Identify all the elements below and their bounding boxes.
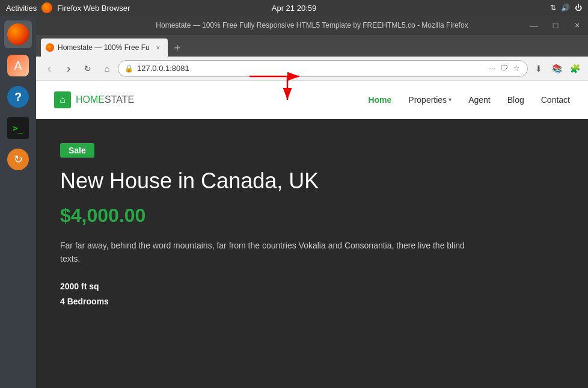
browser-name-label: Firefox Web Browser (57, 4, 130, 13)
site-nav: Home Properties ▾ Agent Blog Contact (368, 95, 570, 105)
url-text[interactable]: 127.0.0.1:8081 (137, 64, 484, 73)
nav-properties-label: Properties (408, 95, 447, 105)
bookmark-icon[interactable]: ☆ (512, 63, 521, 74)
shield-icon[interactable]: 🛡 (499, 63, 509, 74)
properties-dropdown-icon: ▾ (449, 96, 452, 103)
nav-properties[interactable]: Properties ▾ (408, 95, 452, 105)
property-specs: 2000 ft sq 4 Bedrooms (60, 279, 564, 309)
browser-titlebar: Homestate — 100% Free Fully Responsive H… (36, 16, 588, 35)
close-button[interactable]: × (566, 16, 588, 35)
logo-state-text: STATE (105, 94, 134, 105)
tab-favicon (46, 43, 54, 52)
lock-icon: 🔒 (124, 64, 133, 73)
taskbar-item-help[interactable]: ? (4, 83, 32, 111)
property-title: New House in Canada, UK (60, 168, 564, 194)
taskbar: A ? >_ ↻ (0, 16, 36, 388)
nav-blog[interactable]: Blog (507, 95, 524, 105)
more-options-icon[interactable]: ··· (488, 63, 497, 74)
firefox-app-icon (7, 23, 29, 45)
back-button[interactable]: ‹ (41, 60, 58, 77)
taskbar-item-appstore[interactable]: A (4, 52, 32, 79)
property-size: 2000 ft sq (60, 279, 564, 294)
logo-text: HOMESTATE (76, 94, 134, 105)
appstore-icon: A (7, 55, 29, 76)
sale-badge: Sale (60, 143, 94, 158)
property-size-value: 2000 ft sq (60, 282, 99, 291)
browser-window: Homestate — 100% Free Fully Responsive H… (36, 16, 588, 388)
logo-home-text: HOME (76, 94, 105, 105)
os-topbar-left: Activities Firefox Web Browser (6, 2, 130, 13)
terminal-icon: >_ (7, 117, 29, 139)
extensions-icon[interactable]: 🧩 (566, 60, 583, 77)
toolbar-right: ⬇ 📚 🧩 (530, 60, 583, 77)
property-price: $4,000.00 (60, 205, 564, 227)
update-icon: ↻ (7, 149, 29, 170)
browser-navbar: ‹ › ↻ ⌂ 🔒 127.0.0.1:8081 ··· 🛡 ☆ ⬇ 📚 🧩 (36, 57, 588, 81)
os-datetime: Apr 21 20:59 (272, 4, 316, 13)
logo-house-icon: ⌂ (54, 91, 71, 108)
home-button[interactable]: ⌂ (99, 60, 115, 77)
help-icon: ? (7, 86, 29, 108)
site-header: ⌂ HOMESTATE Home Properties ▾ Agent Blog… (36, 81, 588, 119)
os-system-tray: ⇅ 🔊 ⏻ (550, 4, 582, 12)
site-hero: Sale New House in Canada, UK $4,000.00 F… (36, 119, 588, 388)
window-controls: — □ × (523, 16, 588, 35)
property-bedrooms-value: 4 Bedrooms (60, 297, 109, 306)
nav-contact[interactable]: Contact (541, 95, 570, 105)
property-description: Far far away, behind the word mountains,… (60, 239, 481, 266)
power-icon: ⏻ (575, 4, 582, 12)
taskbar-item-terminal[interactable]: >_ (4, 114, 32, 142)
window-title: Homestate — 100% Free Fully Responsive H… (156, 21, 468, 29)
volume-icon: 🔊 (561, 4, 570, 12)
property-bedrooms: 4 Bedrooms (60, 294, 564, 309)
activities-label[interactable]: Activities (6, 4, 37, 13)
firefox-topbar-icon (41, 2, 52, 13)
browser-tab[interactable]: Homestate — 100% Free Fu × (41, 38, 168, 57)
tab-close-button[interactable]: × (153, 43, 163, 52)
website-content: ⌂ HOMESTATE Home Properties ▾ Agent Blog… (36, 81, 588, 388)
address-bar[interactable]: 🔒 127.0.0.1:8081 ··· 🛡 ☆ (118, 60, 528, 77)
tab-title: Homestate — 100% Free Fu (58, 43, 150, 52)
new-tab-button[interactable]: + (169, 40, 186, 57)
taskbar-item-update[interactable]: ↻ (4, 146, 32, 173)
nav-agent[interactable]: Agent (468, 95, 491, 105)
taskbar-item-firefox[interactable] (4, 20, 32, 48)
download-icon[interactable]: ⬇ (530, 60, 547, 77)
os-topbar: Activities Firefox Web Browser Apr 21 20… (0, 0, 588, 16)
minimize-button[interactable]: — (523, 16, 545, 35)
network-icon: ⇅ (550, 4, 556, 12)
browser-tabbar: Homestate — 100% Free Fu × + (36, 35, 588, 57)
library-icon[interactable]: 📚 (548, 60, 565, 77)
forward-button[interactable]: › (60, 60, 77, 77)
nav-home[interactable]: Home (368, 95, 391, 105)
refresh-button[interactable]: ↻ (79, 60, 96, 77)
site-logo: ⌂ HOMESTATE (54, 91, 134, 108)
address-bar-actions: ··· 🛡 ☆ (488, 63, 521, 74)
maximize-button[interactable]: □ (545, 16, 566, 35)
